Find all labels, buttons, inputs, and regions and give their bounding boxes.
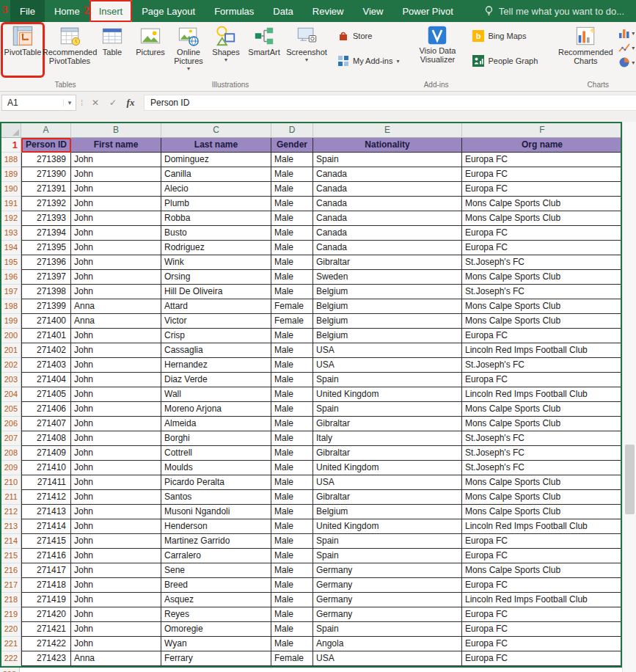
vertical-scrollbar[interactable]: [622, 122, 636, 672]
cell[interactable]: 271419: [21, 593, 71, 607]
cell[interactable]: Male: [271, 329, 313, 343]
cell[interactable]: Henderson: [161, 519, 271, 534]
formula-input[interactable]: Person ID: [144, 95, 636, 111]
cell[interactable]: Belgium: [313, 329, 462, 343]
cell[interactable]: Male: [271, 358, 313, 373]
name-box-dropdown-icon[interactable]: ▾: [63, 99, 76, 106]
cell[interactable]: Moreno Arjona: [161, 402, 271, 417]
pie-chart-dropdown-icon[interactable]: ▾: [632, 60, 635, 65]
tab-view[interactable]: View: [353, 0, 392, 22]
cell[interactable]: Male: [271, 182, 313, 197]
cell[interactable]: 271417: [21, 563, 71, 578]
cell[interactable]: Europa FC: [462, 226, 622, 241]
cell[interactable]: 271409: [21, 446, 71, 461]
cell[interactable]: Canada: [313, 182, 462, 197]
cell[interactable]: John: [71, 182, 161, 197]
insert-function-icon[interactable]: fx: [122, 97, 139, 109]
recommended-charts-button[interactable]: Recommended Charts: [561, 23, 610, 77]
row-header-191[interactable]: 191: [1, 197, 21, 211]
cell[interactable]: United Kingdom: [313, 387, 462, 402]
cell[interactable]: John: [71, 446, 161, 461]
cell[interactable]: Male: [271, 255, 313, 270]
cell[interactable]: Germany: [313, 593, 462, 607]
cell[interactable]: Male: [271, 197, 313, 211]
row-header-206[interactable]: 206: [1, 417, 21, 431]
cell[interactable]: John: [71, 211, 161, 226]
cell[interactable]: 271414: [21, 519, 71, 534]
cell[interactable]: Belgium: [313, 285, 462, 299]
cell[interactable]: 271400: [21, 314, 71, 329]
cell[interactable]: Gibraltar: [313, 255, 462, 270]
pivottable-button[interactable]: PivotTable: [1, 23, 44, 77]
cell[interactable]: Santos: [161, 490, 271, 505]
cell[interactable]: Gibraltar: [313, 417, 462, 431]
row-header-217[interactable]: 217: [1, 578, 21, 593]
store-button[interactable]: Store: [337, 29, 399, 43]
cell[interactable]: USA: [313, 358, 462, 373]
cell[interactable]: Mons Calpe Sports Club: [462, 299, 622, 314]
row-header-219[interactable]: 219: [1, 607, 21, 622]
cell[interactable]: Wall: [161, 387, 271, 402]
screenshot-dropdown-icon[interactable]: ▾: [305, 57, 308, 62]
cell[interactable]: Wink: [161, 255, 271, 270]
cell[interactable]: Europa FC: [462, 241, 622, 255]
cell[interactable]: 271394: [21, 226, 71, 241]
cell[interactable]: St.Joseph's FC: [462, 461, 622, 475]
cell[interactable]: Mons Calpe Sports Club: [462, 563, 622, 578]
cell[interactable]: Belgium: [313, 299, 462, 314]
row-header-197[interactable]: 197: [1, 285, 21, 299]
cell[interactable]: Mons Calpe Sports Club: [462, 211, 622, 226]
row-header-205[interactable]: 205: [1, 402, 21, 417]
cell[interactable]: Sweden: [313, 270, 462, 285]
cell[interactable]: John: [71, 505, 161, 519]
column-chart-button[interactable]: ▾: [618, 27, 635, 39]
screenshot-button[interactable]: Screenshot ▾: [285, 23, 329, 77]
cell[interactable]: 271389: [21, 153, 71, 167]
name-box[interactable]: A1 ▾: [1, 95, 76, 111]
cell[interactable]: John: [71, 285, 161, 299]
cell[interactable]: Female: [271, 651, 313, 666]
cell[interactable]: Female: [271, 299, 313, 314]
cell[interactable]: Victor: [161, 314, 271, 329]
cell[interactable]: Europa FC: [462, 607, 622, 622]
cell[interactable]: 271404: [21, 373, 71, 387]
cell[interactable]: Canada: [313, 226, 462, 241]
cell[interactable]: Dominguez: [161, 153, 271, 167]
cell[interactable]: 271408: [21, 431, 71, 446]
row-header-221[interactable]: 221: [1, 637, 21, 651]
cell[interactable]: Sene: [161, 563, 271, 578]
cell[interactable]: Musoni Ngandoli: [161, 505, 271, 519]
cell[interactable]: United Kingdom: [313, 461, 462, 475]
row-header-203[interactable]: 203: [1, 373, 21, 387]
cell[interactable]: Attard: [161, 299, 271, 314]
cell[interactable]: John: [71, 226, 161, 241]
cell[interactable]: Europa FC: [462, 167, 622, 182]
cell[interactable]: 271406: [21, 402, 71, 417]
table-button[interactable]: Table: [95, 23, 129, 77]
cell[interactable]: Male: [271, 475, 313, 490]
cell[interactable]: Male: [271, 153, 313, 167]
row-header-222[interactable]: 222: [1, 651, 21, 666]
cell[interactable]: Busto: [161, 226, 271, 241]
cell[interactable]: 271423: [21, 651, 71, 666]
cell[interactable]: Mons Calpe Sports Club: [462, 314, 622, 329]
row-header-202[interactable]: 202: [1, 358, 21, 373]
line-chart-button[interactable]: ▾: [618, 42, 635, 54]
cell[interactable]: John: [71, 534, 161, 549]
cell[interactable]: Male: [271, 387, 313, 402]
header-cell-first-name[interactable]: First name: [71, 138, 161, 153]
cell[interactable]: 271401: [21, 329, 71, 343]
cell[interactable]: Rodriguez: [161, 241, 271, 255]
cell[interactable]: Diaz Verde: [161, 373, 271, 387]
cell[interactable]: Germany: [313, 578, 462, 593]
cell[interactable]: USA: [313, 475, 462, 490]
cell[interactable]: Male: [271, 211, 313, 226]
cell[interactable]: Breed: [161, 578, 271, 593]
cell[interactable]: Lincoln Red Imps Football Club: [462, 387, 622, 402]
cell[interactable]: 271413: [21, 505, 71, 519]
cell[interactable]: 271390: [21, 167, 71, 182]
cell[interactable]: Mons Calpe Sports Club: [462, 270, 622, 285]
column-header-D[interactable]: D: [271, 123, 313, 138]
scrollbar-thumb[interactable]: [625, 445, 635, 514]
cell[interactable]: 271416: [21, 549, 71, 563]
